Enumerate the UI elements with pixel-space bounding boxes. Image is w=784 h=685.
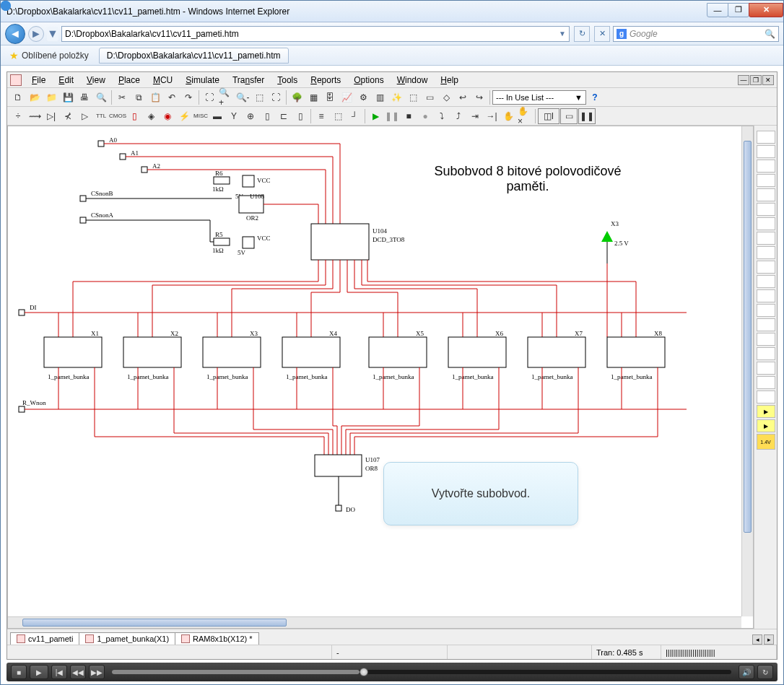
- zoom-area-button[interactable]: ⬚: [251, 90, 267, 105]
- redo-button[interactable]: ↷: [180, 90, 196, 105]
- toggle-breakpoint-button[interactable]: ✋: [500, 108, 516, 124]
- player-prev[interactable]: |◀: [51, 665, 67, 679]
- instrument-4ch-scope[interactable]: [757, 188, 775, 201]
- component-wizard-button[interactable]: ✨: [388, 90, 404, 105]
- menu-file[interactable]: File: [26, 74, 51, 87]
- player-forward[interactable]: ▶▶: [89, 665, 105, 679]
- switch-off-button[interactable]: ▭: [560, 108, 578, 124]
- mdi-close[interactable]: ✕: [762, 75, 774, 85]
- mdi-minimize[interactable]: ―: [738, 75, 749, 85]
- place-source-button[interactable]: ÷: [10, 108, 26, 124]
- place-cmos-button[interactable]: CMOS: [110, 108, 126, 124]
- menu-simulate[interactable]: Simulate: [180, 74, 225, 87]
- inuse-dropdown[interactable]: --- In Use List ---▼: [492, 90, 586, 105]
- maximize-button[interactable]: ❐: [728, 3, 749, 17]
- close-button[interactable]: ✕: [749, 3, 783, 17]
- place-diode-button[interactable]: ▷|: [43, 108, 59, 124]
- undo-button[interactable]: ↶: [164, 90, 180, 105]
- zoom-fit-button[interactable]: ⛶: [268, 90, 284, 105]
- instrument-tek-scope[interactable]: [757, 376, 775, 389]
- pause-button[interactable]: ❚❚: [384, 108, 400, 124]
- instrument-logic-converter[interactable]: [757, 261, 775, 274]
- instrument-agilent-scope[interactable]: [757, 362, 775, 375]
- instrument-agilent-fgen[interactable]: [757, 333, 775, 346]
- paste-button[interactable]: 📋: [147, 90, 163, 105]
- hierarchy-button[interactable]: 🌳: [289, 90, 305, 105]
- instrument-network[interactable]: [757, 318, 775, 331]
- save-button[interactable]: 💾: [60, 90, 76, 105]
- player-seek[interactable]: [112, 670, 731, 674]
- run-to-cursor-button[interactable]: →|: [484, 108, 500, 124]
- forward-button[interactable]: ►: [28, 26, 44, 42]
- vertical-scrollbar[interactable]: [741, 126, 753, 616]
- instrument-fgen[interactable]: [757, 145, 775, 158]
- place-ni-button[interactable]: ▯: [259, 108, 275, 124]
- place-bus-button[interactable]: ≡: [313, 108, 329, 124]
- player-mute[interactable]: 🔊: [739, 665, 754, 679]
- instrument-scope[interactable]: [757, 174, 775, 187]
- minimize-button[interactable]: ―: [707, 3, 728, 17]
- search-box[interactable]: g Google 🔍: [613, 26, 779, 42]
- place-mcu-button[interactable]: ▯: [292, 108, 308, 124]
- nav-history-dropdown[interactable]: ▼: [47, 27, 58, 41]
- place-analog-button[interactable]: ▷: [77, 108, 92, 124]
- step-out-button[interactable]: ⇥: [467, 108, 483, 124]
- place-power-button[interactable]: ⚡: [176, 108, 192, 124]
- instrument-logic-analyzer[interactable]: [757, 246, 775, 259]
- copy-button[interactable]: ⧉: [131, 90, 147, 105]
- stop-button[interactable]: ✕: [594, 26, 610, 42]
- menu-place[interactable]: Place: [113, 74, 146, 87]
- instrument-wattmeter[interactable]: [757, 160, 775, 173]
- player-loop[interactable]: ↻: [757, 665, 773, 679]
- menu-view[interactable]: View: [81, 74, 111, 87]
- place-transistor-button[interactable]: ⊀: [60, 108, 76, 124]
- instrument-distortion[interactable]: [757, 289, 775, 302]
- instrument-agilent-mm[interactable]: [757, 347, 775, 360]
- erc-button[interactable]: ⬚: [405, 90, 421, 105]
- place-ttl-button[interactable]: TTL: [93, 108, 109, 124]
- favorites-button[interactable]: ★ Oblíbené položky: [5, 48, 93, 63]
- forward-annotate-button[interactable]: ↪: [471, 90, 487, 105]
- address-bar[interactable]: D:\Dropbox\Bakalarka\cv11\cv11_pameti.ht…: [61, 26, 570, 42]
- switch-pause-button[interactable]: ❚❚: [578, 108, 596, 124]
- place-junction-button[interactable]: ┘: [347, 108, 362, 124]
- horizontal-scrollbar[interactable]: [8, 616, 741, 628]
- place-misc-digital-button[interactable]: ▯: [126, 108, 142, 124]
- step-into-button[interactable]: ⤵: [434, 108, 450, 124]
- zoom-out-button[interactable]: 🔍-: [235, 90, 251, 105]
- remove-breakpoints-button[interactable]: ✋×: [517, 108, 533, 124]
- menu-tools[interactable]: Tools: [271, 74, 303, 87]
- place-mixed-button[interactable]: ◈: [143, 108, 159, 124]
- database-button[interactable]: 🗄: [322, 90, 338, 105]
- instrument-multimeter[interactable]: [757, 131, 775, 144]
- grapher-button[interactable]: 📈: [339, 90, 354, 105]
- new-button[interactable]: 🗋: [10, 90, 26, 105]
- instrument-labview1[interactable]: ▶: [757, 405, 775, 418]
- address-dropdown-icon[interactable]: ▼: [559, 30, 566, 38]
- instrument-spectrum[interactable]: [757, 304, 775, 317]
- refresh-button[interactable]: ↻: [574, 26, 590, 42]
- postprocess-button[interactable]: ⚙: [355, 90, 371, 105]
- place-indicator-button[interactable]: ◉: [160, 108, 175, 124]
- instrument-current-clamp[interactable]: 1.4V: [757, 434, 775, 450]
- instrument-probe[interactable]: [757, 391, 775, 403]
- spreadsheet-button[interactable]: ▦: [305, 90, 321, 105]
- menu-help[interactable]: Help: [435, 74, 464, 87]
- switch-on-button[interactable]: ◫I: [538, 108, 559, 124]
- open-samples-button[interactable]: 📁: [43, 90, 59, 105]
- menu-options[interactable]: Options: [348, 74, 389, 87]
- schematic-canvas[interactable]: Subobvod 8 bitové polovodičové paměti. A…: [8, 126, 741, 616]
- place-advanced-button[interactable]: ▬: [209, 108, 225, 124]
- print-button[interactable]: 🖶: [77, 90, 92, 105]
- instrument-freq-counter[interactable]: [757, 217, 775, 230]
- breadboard-button[interactable]: ▥: [372, 90, 388, 105]
- doc-tab-3[interactable]: RAM8x1b(X12) *: [175, 632, 259, 645]
- print-preview-button[interactable]: 🔍: [93, 90, 109, 105]
- help-button[interactable]: ?: [587, 90, 603, 105]
- menu-mcu[interactable]: MCU: [147, 74, 178, 87]
- open-button[interactable]: 📂: [27, 90, 43, 105]
- run-button[interactable]: ▶: [367, 108, 383, 124]
- zoom-in-button[interactable]: 🔍+: [218, 90, 234, 105]
- doc-tab-2[interactable]: 1_pamet_bunka(X1): [79, 632, 175, 645]
- full-screen-button[interactable]: ⛶: [201, 90, 217, 105]
